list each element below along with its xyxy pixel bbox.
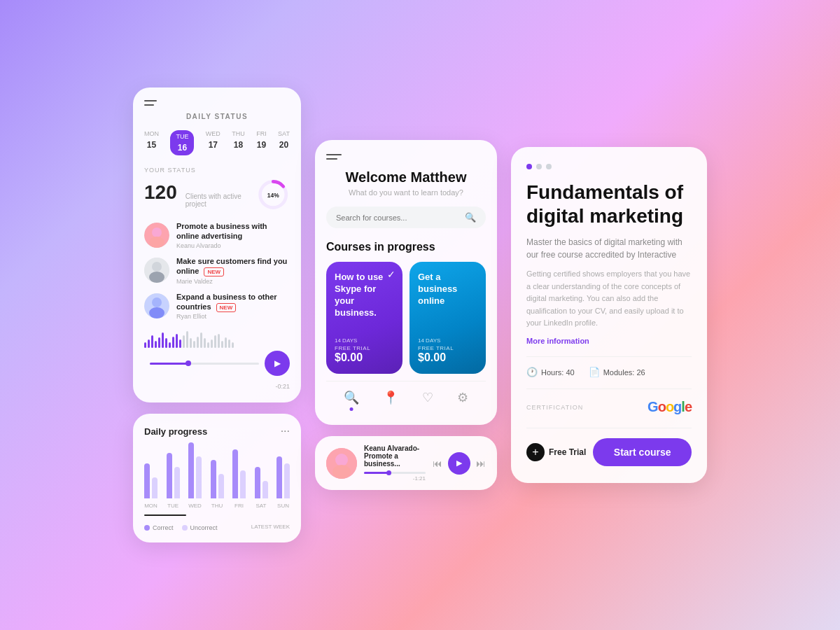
bottom-nav: 🔍 📍 ♡ ⚙: [326, 381, 486, 414]
audio-progress-bar[interactable]: [150, 363, 259, 365]
task-info: Promote a business with online advertisi…: [176, 221, 290, 250]
dp-title: Daily progress: [144, 426, 207, 437]
divider: [526, 356, 692, 357]
day-sat[interactable]: Sat 20: [278, 130, 290, 155]
daily-status-card: DAILY STATUS Mon 15 Tue 16 Wed 17 Thu 18…: [133, 88, 301, 403]
progress-underline: [144, 514, 186, 516]
mp-info: Keanu Alvarado- Promote a business... -1…: [364, 444, 426, 482]
action-row: + Free Trial Start course: [526, 438, 692, 466]
course-title: Get a business online: [418, 272, 477, 307]
status-label: YOUR STATUS: [144, 167, 290, 174]
status-count: 120: [144, 181, 177, 204]
marketing-body: Getting certified shows employers that y…: [526, 268, 692, 330]
mp-controls: ⏮ ▶ ⏭: [433, 452, 486, 475]
search-bar[interactable]: 🔍: [326, 206, 486, 228]
marketing-subtitle: Master the basics of digital marketing w…: [526, 236, 692, 261]
svg-point-8: [149, 272, 164, 283]
task-item[interactable]: Make sure customers find you online NEW …: [144, 256, 290, 285]
divider-3: [526, 428, 692, 428]
dp-footer-label: LATEST WEEK: [251, 524, 290, 530]
status-desc: Clients with active project: [186, 192, 256, 208]
day-fri[interactable]: Fri 19: [256, 130, 267, 155]
svg-point-14: [332, 465, 351, 479]
location-nav-icon[interactable]: 📍: [383, 390, 398, 405]
mp-avatar: [326, 448, 357, 479]
meta-row: 🕐 Hours: 40 📄 Modules: 26: [526, 367, 692, 377]
svg-point-11: [149, 307, 164, 318]
hamburger-menu[interactable]: [326, 154, 486, 160]
avatar: [144, 293, 169, 318]
dp-header: Daily progress ···: [144, 425, 290, 438]
google-logo: Google: [648, 399, 692, 415]
status-section: YOUR STATUS 120 Clients with active proj…: [144, 167, 290, 213]
svg-point-7: [152, 262, 162, 272]
card-dots: [526, 164, 692, 169]
divider-2: [526, 388, 692, 389]
day-thu[interactable]: Thu 18: [232, 130, 245, 155]
daily-progress-card: Daily progress ··· MON TUE WED THU FRI S…: [133, 414, 301, 542]
course-card-skype[interactable]: ✓ How to use Skype for your business. 14…: [326, 262, 402, 374]
svg-point-10: [152, 298, 162, 307]
dot-purple: [526, 164, 532, 169]
right-column: Fundamentals of digital marketing Master…: [511, 147, 707, 483]
svg-point-5: [149, 237, 164, 248]
avatar: [144, 223, 169, 248]
settings-nav-icon[interactable]: ⚙: [457, 390, 468, 405]
modules-meta: 📄 Modules: 26: [589, 367, 645, 377]
dot-gray-1: [536, 164, 542, 169]
marketing-title: Fundamentals of digital marketing: [526, 181, 692, 227]
task-item[interactable]: Expand a business to other countries NEW…: [144, 292, 290, 321]
cert-label: CERTIFICATION: [526, 404, 583, 411]
task-info: Make sure customers find you online NEW …: [176, 256, 290, 285]
welcome-card: Welcome Matthew What do you want to lear…: [315, 140, 497, 425]
clock-icon: 🕐: [526, 367, 538, 377]
avatar: [144, 258, 169, 283]
play-button[interactable]: ▶: [265, 351, 290, 376]
mp-progress-bar[interactable]: [364, 472, 426, 474]
more-options-button[interactable]: ···: [281, 425, 290, 438]
svg-point-4: [152, 227, 162, 237]
course-card-business[interactable]: Get a business online 14 DAYS Free Trial…: [410, 262, 486, 374]
cert-row: CERTIFICATION Google: [526, 399, 692, 415]
mp-play-button[interactable]: ▶: [448, 452, 470, 475]
days-row: Mon 15 Tue 16 Wed 17 Thu 18 Fri 19 Sat 2…: [144, 130, 290, 155]
courses-label: Courses in progress: [326, 241, 486, 253]
start-course-button[interactable]: Start course: [593, 438, 692, 466]
next-button[interactable]: ⏭: [476, 458, 486, 469]
day-tue[interactable]: Tue 16: [170, 130, 194, 155]
course-footer: 14 DAYS Free Trial $0.00: [335, 337, 394, 364]
progress-donut: 14%: [256, 176, 290, 213]
prev-button[interactable]: ⏮: [433, 458, 442, 469]
search-icon: 🔍: [465, 212, 476, 223]
audio-player: ▶ -0:21: [144, 328, 290, 391]
day-wed[interactable]: Wed 17: [206, 130, 220, 155]
day-mon[interactable]: Mon 15: [144, 130, 159, 155]
welcome-subtitle: What do you want to learn today?: [326, 188, 486, 197]
waveform: [144, 328, 290, 348]
task-info: Expand a business to other countries NEW…: [176, 292, 290, 321]
middle-column: Welcome Matthew What do you want to lear…: [315, 140, 497, 490]
card-title: DAILY STATUS: [144, 113, 290, 120]
courses-row: ✓ How to use Skype for your business. 14…: [326, 262, 486, 374]
menu-icon[interactable]: [144, 100, 290, 106]
welcome-title: Welcome Matthew: [326, 169, 486, 186]
new-badge: NEW: [204, 267, 224, 276]
search-nav-icon[interactable]: 🔍: [344, 390, 359, 405]
hours-meta: 🕐 Hours: 40: [526, 367, 575, 377]
marketing-card: Fundamentals of digital marketing Master…: [511, 147, 707, 483]
task-item[interactable]: Promote a business with online advertisi…: [144, 221, 290, 250]
more-info-link[interactable]: More information: [526, 337, 692, 345]
course-check-icon: ✓: [387, 269, 396, 280]
course-footer: 14 DAYS Free Trial $0.00: [418, 337, 477, 364]
heart-nav-icon[interactable]: ♡: [422, 390, 433, 405]
free-trial-button[interactable]: + Free Trial: [526, 440, 586, 464]
dot-gray-2: [546, 164, 552, 169]
music-player-card: Keanu Alvarado- Promote a business... -1…: [315, 436, 497, 490]
audio-controls: ▶: [144, 351, 290, 376]
modules-icon: 📄: [589, 367, 600, 377]
search-input[interactable]: [336, 214, 465, 222]
svg-point-13: [335, 454, 348, 466]
svg-text:14%: 14%: [267, 191, 279, 198]
mp-time: -1:21: [364, 475, 426, 482]
audio-time: -0:21: [275, 383, 290, 390]
